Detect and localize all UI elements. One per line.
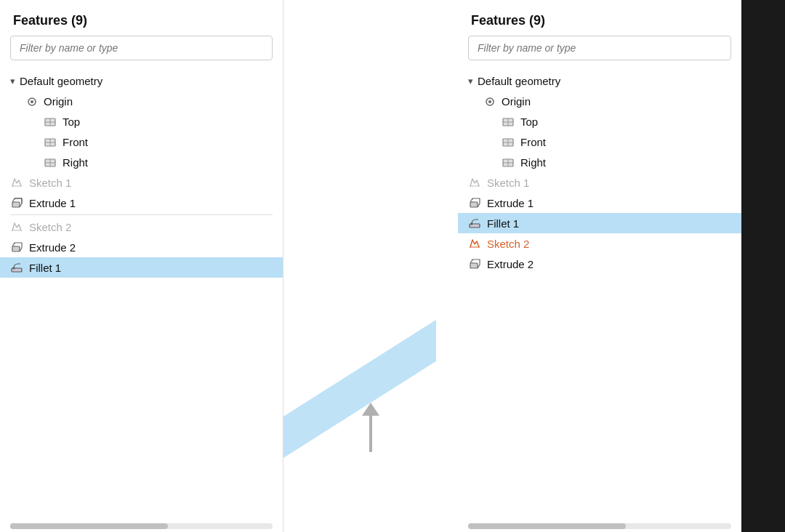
right-item-sketch1-label: Sketch 1 xyxy=(487,177,529,189)
left-item-origin[interactable]: Origin xyxy=(0,92,283,111)
left-item-extrude1[interactable]: Extrude 1 xyxy=(0,193,283,213)
left-group-label: Default geometry xyxy=(20,75,102,87)
sketch-icon-1 xyxy=(10,176,23,189)
svg-rect-39 xyxy=(470,263,478,268)
svg-point-23 xyxy=(488,100,491,103)
panels-wrapper: Features (9) ▾ Default geometry xyxy=(0,0,785,532)
right-item-fillet1[interactable]: Fillet 1 xyxy=(458,213,741,233)
svg-point-1 xyxy=(31,100,33,103)
up-arrow-indicator xyxy=(362,403,379,452)
divider-line xyxy=(10,214,273,215)
left-item-sketch1-label: Sketch 1 xyxy=(29,177,71,189)
right-group-label: Default geometry xyxy=(478,75,560,87)
right-item-front[interactable]: Front xyxy=(458,132,741,152)
left-item-sketch1[interactable]: Sketch 1 xyxy=(0,172,283,193)
left-item-extrude1-label: Extrude 1 xyxy=(29,197,76,209)
right-item-extrude2[interactable]: Extrude 2 xyxy=(458,254,741,274)
svg-rect-17 xyxy=(12,246,20,251)
right-item-top[interactable]: Top xyxy=(458,111,741,132)
left-item-sketch2[interactable]: Sketch 2 xyxy=(0,217,283,237)
svg-rect-12 xyxy=(12,202,20,207)
right-panel: Features (9) ▾ Default geometry xyxy=(458,0,741,532)
left-group-default-geometry[interactable]: ▾ Default geometry xyxy=(0,70,283,92)
left-item-front-label: Front xyxy=(63,136,88,148)
right-item-sketch2[interactable]: Sketch 2 xyxy=(458,233,741,254)
left-item-fillet1-label: Fillet 1 xyxy=(29,262,61,274)
plane-icon-front xyxy=(44,135,57,148)
right-item-right-label: Right xyxy=(520,156,546,169)
right-item-fillet1-label: Fillet 1 xyxy=(487,217,519,230)
left-item-extrude2-label: Extrude 2 xyxy=(29,241,76,254)
origin-icon-r xyxy=(484,96,496,108)
right-item-origin[interactable]: Origin xyxy=(458,92,741,111)
connector-area xyxy=(283,0,458,532)
right-group-default-geometry[interactable]: ▾ Default geometry xyxy=(458,70,741,92)
left-panel: Features (9) ▾ Default geometry xyxy=(0,0,283,532)
right-item-extrude1-label: Extrude 1 xyxy=(487,197,534,209)
left-scrollbar-thumb xyxy=(10,523,168,529)
left-item-sketch2-label: Sketch 2 xyxy=(29,221,71,233)
left-item-origin-label: Origin xyxy=(44,95,73,108)
left-item-extrude2[interactable]: Extrude 2 xyxy=(0,237,283,257)
left-item-top[interactable]: Top xyxy=(0,111,283,132)
right-filter-input[interactable] xyxy=(468,36,731,60)
right-item-right[interactable]: Right xyxy=(458,152,741,172)
fillet-icon-1 xyxy=(10,261,23,274)
arrow-head-icon xyxy=(362,403,379,416)
right-item-extrude2-label: Extrude 2 xyxy=(487,258,534,270)
connection-svg xyxy=(283,0,458,532)
right-scrollbar[interactable] xyxy=(468,523,731,529)
sketch-icon-2 xyxy=(10,220,23,233)
svg-point-20 xyxy=(13,267,15,270)
extrude-icon-2-r xyxy=(468,257,481,270)
left-filter-wrapper xyxy=(0,36,283,70)
arrow-shaft xyxy=(369,416,372,452)
right-item-sketch2-label: Sketch 2 xyxy=(487,238,529,250)
left-panel-title: Features (9) xyxy=(0,0,283,36)
plane-icon-top-r xyxy=(502,115,515,128)
plane-icon-right-r xyxy=(502,156,515,169)
extrude-icon-1 xyxy=(10,196,23,209)
plane-icon-front-r xyxy=(502,135,515,148)
sketch-icon-2-r xyxy=(468,237,481,250)
extrude-icon-2 xyxy=(10,241,23,254)
dark-edge xyxy=(741,0,785,532)
right-item-front-label: Front xyxy=(520,136,546,148)
svg-marker-21 xyxy=(283,320,436,458)
chevron-down-icon-r: ▾ xyxy=(468,76,473,86)
left-scrollbar[interactable] xyxy=(10,523,273,529)
right-scrollbar-thumb xyxy=(468,523,626,529)
svg-rect-34 xyxy=(470,202,478,207)
plane-icon-top xyxy=(44,115,57,128)
extrude-icon-1-r xyxy=(468,196,481,209)
right-item-extrude1[interactable]: Extrude 1 xyxy=(458,193,741,213)
fillet-icon-1-r xyxy=(468,217,481,230)
right-item-sketch1[interactable]: Sketch 1 xyxy=(458,172,741,193)
right-panel-title: Features (9) xyxy=(458,0,741,36)
right-item-top-label: Top xyxy=(520,116,538,128)
svg-point-37 xyxy=(471,223,473,225)
right-filter-wrapper xyxy=(458,36,741,70)
left-item-right[interactable]: Right xyxy=(0,152,283,172)
left-item-top-label: Top xyxy=(63,116,80,128)
right-item-origin-label: Origin xyxy=(502,95,531,108)
left-item-fillet1[interactable]: Fillet 1 xyxy=(0,257,283,278)
left-item-right-label: Right xyxy=(63,156,88,169)
sketch-icon-1-r xyxy=(468,176,481,189)
plane-icon-right xyxy=(44,156,57,169)
chevron-down-icon: ▾ xyxy=(10,76,15,86)
left-tree: ▾ Default geometry Origin xyxy=(0,70,283,520)
left-filter-input[interactable] xyxy=(10,36,273,60)
left-item-front[interactable]: Front xyxy=(0,132,283,152)
right-tree: ▾ Default geometry Origin xyxy=(458,70,741,520)
origin-icon xyxy=(26,96,38,108)
app-container: Features (9) ▾ Default geometry xyxy=(0,0,785,532)
